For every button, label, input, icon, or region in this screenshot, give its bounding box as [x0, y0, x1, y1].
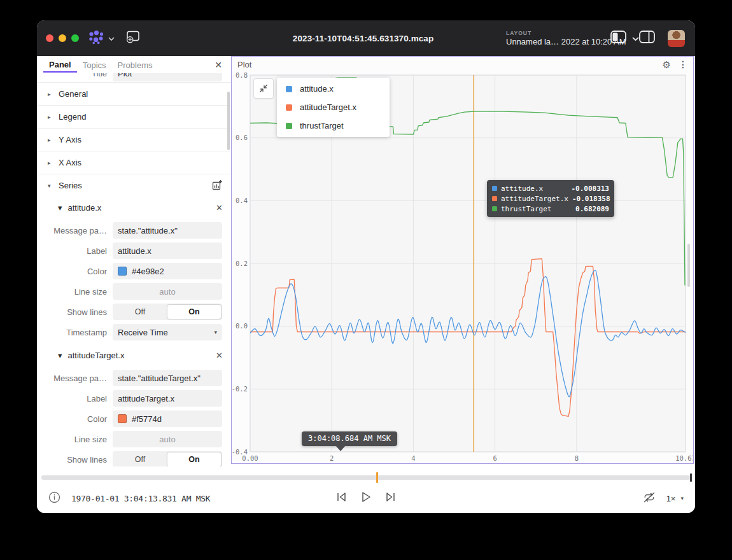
title-field-label: Title	[37, 73, 113, 78]
plot-panel-title: Plot	[237, 60, 251, 69]
settings-sidebar: Panel Topics Problems ✕ Title Plot ▸ Gen…	[37, 56, 231, 466]
tooltip-swatch	[492, 206, 497, 211]
plot-panel[interactable]: Plot ⚙ ⋮ 0.80.60.40.20.0-0.2-0.40.002468…	[231, 56, 694, 464]
series-label-input[interactable]: attitudeTarget.x	[113, 390, 222, 407]
show-lines-off-button[interactable]: Off	[113, 304, 167, 319]
foxglove-logo-icon[interactable]	[88, 30, 105, 47]
caret-right-icon: ▸	[48, 91, 53, 97]
scrubber-time-tooltip: 3:04:08.684 AM MSK	[302, 431, 397, 446]
legend-swatch[interactable]	[286, 86, 292, 92]
legend-item-attitude-target-x[interactable]: attitudeTarget.x	[277, 98, 390, 116]
caret-right-icon: ▸	[48, 160, 53, 166]
playback-speed[interactable]: 1×	[666, 494, 676, 503]
tooltip-row: thrustTarget 0.682089	[492, 204, 609, 214]
zoom-window-button[interactable]	[71, 34, 79, 42]
label-field-label: Label	[37, 246, 113, 256]
svg-text:8: 8	[575, 454, 579, 462]
svg-text:0.6: 0.6	[236, 134, 248, 141]
series-label-input[interactable]: attitude.x	[113, 242, 222, 259]
seek-forward-button[interactable]	[384, 491, 397, 505]
show-lines-on-button[interactable]: On	[167, 452, 222, 466]
line-size-input[interactable]: auto	[113, 283, 222, 300]
panel-vertical-scrollbar[interactable]	[687, 244, 690, 287]
tab-problems[interactable]: Problems	[112, 58, 158, 72]
legend-item-thrust-target[interactable]: thrustTarget	[277, 116, 390, 135]
minimize-window-button[interactable]	[59, 34, 66, 42]
loop-playback-off-icon[interactable]	[643, 491, 656, 506]
sidebar-tabs: Panel Topics Problems ✕	[37, 56, 231, 73]
scrubber-current-position-marker[interactable]	[690, 473, 692, 482]
svg-text:0.4: 0.4	[236, 197, 248, 204]
speed-dropdown-caret-icon[interactable]: ▾	[680, 495, 684, 501]
close-sidebar-icon[interactable]: ✕	[215, 60, 222, 70]
show-lines-toggle[interactable]: Off On	[113, 304, 222, 320]
svg-text:0.8: 0.8	[236, 72, 248, 79]
color-swatch[interactable]	[118, 267, 127, 276]
legend-swatch[interactable]	[286, 123, 292, 129]
dropdown-caret-icon: ▾	[214, 329, 217, 335]
series-attitude-x-header[interactable]: ▾ attitude.x ✕	[37, 197, 231, 218]
section-y-axis[interactable]: ▸ Y Axis	[37, 128, 231, 151]
color-field-label: Color	[37, 414, 113, 424]
section-series[interactable]: ▾ Series	[37, 174, 231, 197]
legend-collapse-button[interactable]	[253, 78, 274, 99]
window-controls	[46, 34, 79, 42]
data-source-info-icon[interactable]	[48, 491, 60, 506]
seek-backward-button[interactable]	[335, 491, 348, 505]
remove-series-icon[interactable]: ✕	[216, 351, 223, 360]
playback-scrubber[interactable]	[41, 475, 691, 480]
svg-text:0.0: 0.0	[236, 322, 248, 330]
series-attitude-target-x-header[interactable]: ▾ attitudeTarget.x ✕	[37, 344, 231, 366]
tooltip-arrow	[335, 445, 346, 451]
toggle-right-sidebar-icon[interactable]	[639, 31, 655, 46]
scrubber-hover-playhead[interactable]	[376, 472, 378, 483]
section-general[interactable]: ▸ General	[37, 82, 231, 105]
legend-swatch[interactable]	[286, 104, 292, 111]
show-lines-toggle[interactable]: Off On	[113, 451, 222, 466]
tab-panel[interactable]: Panel	[43, 57, 77, 73]
svg-text:-0.2: -0.2	[232, 385, 248, 393]
close-window-button[interactable]	[46, 34, 53, 42]
plot-panel-header: Plot ⚙ ⋮	[232, 57, 693, 72]
legend-item-attitude-x[interactable]: attitude.x	[277, 80, 390, 98]
caret-down-icon: ▾	[58, 351, 62, 360]
panel-title-input[interactable]: Plot	[113, 73, 222, 81]
caret-down-icon: ▾	[48, 183, 53, 189]
tab-topics[interactable]: Topics	[77, 58, 112, 72]
label-field-label: Label	[37, 394, 113, 403]
app-menu-chevron-icon[interactable]	[108, 32, 115, 44]
legend-overlay: attitude.x attitudeTarget.x thrustTarget	[277, 78, 390, 137]
series-color-input[interactable]: #f5774d	[113, 410, 222, 427]
toggle-left-sidebar-icon[interactable]	[610, 31, 626, 46]
add-series-icon[interactable]	[212, 179, 223, 192]
panel-menu-kebab-icon[interactable]: ⋮	[679, 60, 687, 69]
remove-series-icon[interactable]: ✕	[216, 203, 223, 213]
section-legend[interactable]: ▸ Legend	[37, 105, 231, 128]
message-path-input[interactable]: state."attitudeTarget.x"	[113, 370, 222, 386]
series-color-input[interactable]: #4e98e2	[113, 263, 222, 279]
color-swatch[interactable]	[118, 414, 127, 423]
svg-text:0.00: 0.00	[242, 454, 258, 462]
show-lines-off-button[interactable]: Off	[113, 452, 167, 466]
line-size-input[interactable]: auto	[113, 431, 222, 447]
message-path-label: Message pa…	[37, 374, 113, 383]
tooltip-swatch	[492, 186, 497, 191]
message-path-input[interactable]: state."attitude.x"	[113, 222, 222, 239]
panel-settings-gear-icon[interactable]: ⚙	[663, 60, 671, 69]
caret-right-icon: ▸	[48, 137, 53, 143]
user-avatar[interactable]	[668, 30, 685, 47]
source-filename: 2023-11-10T04:51:45.631370.mcap	[293, 34, 434, 43]
tooltip-swatch	[492, 196, 497, 201]
line-size-label: Line size	[37, 435, 113, 444]
play-button[interactable]	[360, 491, 372, 506]
message-path-label: Message pa…	[37, 226, 113, 235]
add-panel-icon[interactable]	[125, 31, 141, 46]
sidebar-scrollbar[interactable]	[227, 92, 230, 150]
svg-text:6: 6	[493, 454, 496, 462]
svg-text:10.67: 10.67	[675, 454, 693, 462]
section-x-axis[interactable]: ▸ X Axis	[37, 151, 231, 174]
timestamp-select[interactable]: Receive Time ▾	[113, 324, 222, 340]
plot-chart-area[interactable]: 0.80.60.40.20.0-0.2-0.40.00246810.67 att…	[232, 72, 693, 463]
show-lines-on-button[interactable]: On	[167, 304, 222, 319]
svg-text:0.2: 0.2	[236, 260, 248, 267]
